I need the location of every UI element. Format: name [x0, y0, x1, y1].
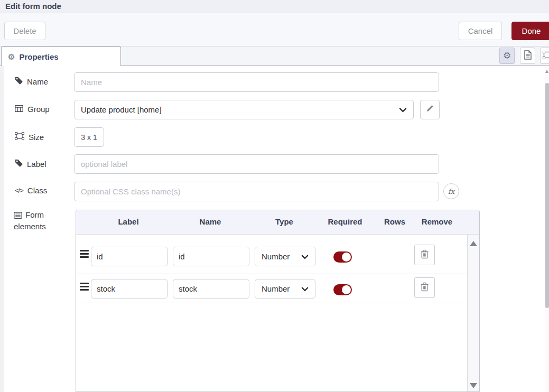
element-type-select[interactable]: Number — [255, 247, 315, 266]
resize-handles-icon — [15, 132, 24, 142]
element-type-select[interactable]: Number — [255, 279, 315, 298]
label-field-label: Label — [15, 159, 46, 169]
trash-icon — [420, 282, 429, 294]
tag-icon — [15, 159, 23, 169]
tab-properties[interactable]: ⚙ Properties — [1, 46, 121, 66]
element-label-input[interactable] — [91, 247, 168, 266]
chevron-down-icon — [399, 105, 407, 114]
edit-form-node-dialog: Edit form node Delete Cancel Done ⚙ Prop… — [0, 0, 549, 392]
label-input[interactable] — [74, 154, 439, 174]
cancel-button[interactable]: Cancel — [459, 22, 502, 40]
name-field-label: Name — [15, 77, 48, 86]
properties-tab-button[interactable]: ⚙ — [499, 48, 515, 64]
tag-icon — [15, 77, 23, 86]
drag-handle-icon[interactable] — [80, 283, 89, 292]
col-header-required: Required — [328, 217, 362, 226]
element-name-input[interactable] — [173, 247, 249, 266]
scroll-down-icon[interactable] — [470, 383, 477, 388]
size-button[interactable]: 3 x 1 — [74, 127, 104, 147]
col-header-type: Type — [275, 217, 293, 226]
row-separator — [76, 274, 467, 274]
description-tab-button[interactable] — [520, 48, 535, 64]
page-scrollbar[interactable] — [545, 66, 549, 392]
class-input[interactable] — [74, 182, 439, 201]
col-header-name: Name — [200, 217, 221, 226]
action-row: Delete Cancel Done — [0, 13, 549, 46]
col-header-rows: Rows — [384, 217, 405, 226]
gear-icon: ⚙ — [503, 51, 511, 60]
class-field-label: </> Class — [15, 186, 47, 195]
row-separator — [76, 303, 467, 303]
group-field-label: Group — [15, 105, 50, 114]
required-toggle[interactable] — [333, 251, 352, 263]
trash-icon — [420, 249, 429, 261]
table-scrollbar[interactable] — [467, 235, 479, 391]
form-elements-table: Label Name Type Required Rows Remove Num… — [76, 210, 480, 392]
delete-button[interactable]: Delete — [4, 22, 45, 40]
element-name-input[interactable] — [173, 279, 249, 298]
group-select[interactable]: Update product [home] — [74, 100, 414, 119]
code-icon: </> — [15, 186, 23, 194]
required-toggle[interactable] — [333, 284, 352, 295]
done-button[interactable]: Done — [511, 22, 549, 40]
table-icon — [15, 105, 23, 114]
remove-row-button[interactable] — [414, 277, 435, 298]
edit-group-button[interactable] — [420, 100, 440, 119]
scrollbar-thumb[interactable] — [545, 83, 549, 308]
group-select-value: Update product [home] — [81, 105, 162, 114]
pencil-icon — [426, 105, 434, 115]
col-header-label: Label — [118, 217, 138, 226]
scroll-up-icon[interactable] — [545, 70, 548, 73]
gear-icon: ⚙ — [8, 53, 15, 61]
remove-row-button[interactable] — [414, 245, 435, 265]
element-label-input[interactable] — [91, 279, 168, 298]
object-group-icon — [543, 51, 549, 61]
name-input[interactable] — [74, 72, 439, 92]
tray-edge — [0, 66, 4, 392]
fx-expression-button[interactable]: fx — [443, 183, 459, 199]
drag-handle-icon[interactable] — [80, 250, 89, 259]
appearance-tab-button[interactable] — [540, 48, 549, 64]
size-field-label: Size — [15, 132, 44, 142]
tab-properties-label: Properties — [19, 52, 58, 61]
document-icon — [524, 50, 532, 62]
table-header: Label Name Type Required Rows Remove — [76, 210, 479, 235]
page-title: Edit form node — [5, 2, 61, 11]
chevron-down-icon — [301, 284, 309, 293]
dialog-title-bar: Edit form node — [0, 0, 549, 13]
scroll-up-icon[interactable] — [470, 241, 477, 246]
chevron-down-icon — [301, 252, 309, 261]
list-alt-icon — [14, 212, 22, 219]
col-header-remove: Remove — [422, 217, 452, 226]
form-elements-field-label: Form elements — [14, 209, 61, 232]
